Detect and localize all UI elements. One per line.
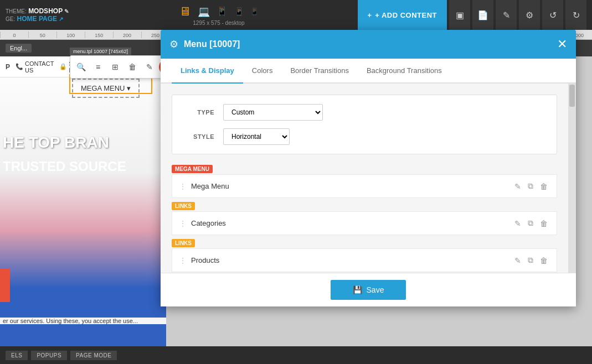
tab-border-transitions[interactable]: Border Transitions [281,59,358,84]
theme-info: THEME: MODSHOP ✎ GE: HOME PAGE ↗ [6,7,69,23]
delete-toolbar-btn[interactable]: 🗑 [125,59,140,75]
headline-top-brand: HE TOP BRAN [0,134,109,152]
drag-handle-icon[interactable]: ⋮ [179,256,187,265]
mega-menu-button[interactable]: MEGA MENU ▾ [72,79,140,98]
scrollbar-thumb[interactable] [569,85,575,107]
modal-footer: 💾 Save [161,273,576,306]
edit-item-btn[interactable]: ✎ [512,180,523,192]
mobile-icon[interactable]: 📱 [234,7,244,16]
menu-item-name: Categories [191,219,512,227]
modal-close-button[interactable]: ✕ [557,38,567,50]
device-selector: 🖥 💻 📱 📱 📱 1295 x 575 - desktop [80,4,357,26]
modal-header: ⚙ Menu [10007] ✕ [161,30,576,59]
site-logo-area: P [6,63,10,71]
menu-modal: ⚙ Menu [10007] ✕ Links & Display Colors … [161,30,576,306]
top-bar: THEME: MODSHOP ✎ GE: HOME PAGE ↗ 🖥 💻 📱 📱… [0,0,592,30]
table-row: ⋮ Categories ✎ ⧉ 🗑 [172,211,557,235]
theme-label: THEME: MODSHOP ✎ [6,7,69,15]
page-icon-btn[interactable]: 📄 [472,0,493,30]
table-row: ⋮ Products ✎ ⧉ 🗑 [172,248,557,272]
type-row: TYPE Custom Automatic Manual [181,104,548,121]
topbar-action-icons: ▣ 📄 ✎ ⚙ ↺ ↻ [449,0,586,30]
copy-item-btn[interactable]: ⧉ [526,180,536,192]
edit-toolbar-btn[interactable]: ✎ [142,59,157,75]
edit-item-btn[interactable]: ✎ [512,254,523,266]
language-selector[interactable]: Engl... [6,44,32,53]
headline-trusted: TRUSTED SOURCE [0,159,126,174]
delete-item-btn[interactable]: 🗑 [538,217,550,229]
drag-handle-icon[interactable]: ⋮ [179,182,187,191]
external-link-icon[interactable]: ↗ [59,16,63,22]
modal-tabs: Links & Display Colors Border Transition… [161,59,576,84]
modal-scrollbar[interactable] [568,84,576,273]
tab-links-display[interactable]: Links & Display [172,59,243,84]
copy-item-btn[interactable]: ⧉ [526,217,536,229]
filter-toolbar-btn[interactable]: ≡ [90,59,106,75]
bottom-toolbar: ELS POPUPS PAGE MODE [0,346,592,364]
resolution-label: 1295 x 575 - desktop [193,20,244,26]
add-content-button[interactable]: + + ADD CONTENT [358,0,447,30]
menu-item-actions: ✎ ⧉ 🗑 [512,217,550,229]
categories-section: LINKS ⋮ Categories ✎ ⧉ 🗑 [172,200,557,235]
edit-icon[interactable]: ✎ [64,8,69,14]
plus-icon: + [368,11,372,19]
tab-colors[interactable]: Colors [243,59,282,84]
edit-item-btn[interactable]: ✎ [512,217,523,229]
desktop-icon[interactable]: 🖥 [179,4,191,19]
menu-item-name: Mega Menu [191,182,512,190]
products-section: LINKS ⋮ Products ✎ ⧉ 🗑 [172,237,557,272]
links-section-label-2: LINKS [172,239,195,247]
page-mode-button[interactable]: PAGE MODE [70,351,117,360]
style-label: STYLE [181,133,214,140]
save-icon: 💾 [353,285,362,294]
red-accent [0,269,10,302]
page-label: GE: HOME PAGE ↗ [6,15,69,23]
type-select[interactable]: Custom Automatic Manual [223,104,323,121]
tablet-icon[interactable]: 📱 [217,6,228,17]
page-preview: P 📞 CONTACT US 🔒 SIGN IN 📞 CALL US [[COM… [0,56,166,346]
menu-item-actions: ✎ ⧉ 🗑 [512,180,550,192]
delete-item-btn[interactable]: 🗑 [538,180,550,192]
search-toolbar-btn[interactable]: 🔍 [73,59,89,75]
type-label: TYPE [181,109,214,116]
links-section-label-1: LINKS [172,202,195,210]
toolbar-popup-title: menu.tpl 10007 [745x62] [70,48,131,55]
undo-btn[interactable]: ↺ [542,0,563,30]
copy-item-btn[interactable]: ⧉ [526,254,536,266]
settings-modal-icon: ⚙ [169,38,178,50]
delete-item-btn[interactable]: 🗑 [538,254,550,266]
style-row: STYLE Horizontal Vertical Dropdown [181,128,548,145]
page-footer-text: er our services. Using these, you accept… [0,318,166,324]
small-mobile-icon[interactable]: 📱 [250,8,259,15]
mega-menu-section: MEGA MENU ⋮ Mega Menu ✎ ⧉ 🗑 [172,163,557,198]
settings-btn[interactable]: ⚙ [519,0,540,30]
grid-icon-btn[interactable]: ▣ [449,0,470,30]
layout-toolbar-btn[interactable]: ⊞ [107,59,123,75]
laptop-icon[interactable]: 💻 [198,6,210,18]
menu-item-actions: ✎ ⧉ 🗑 [512,254,550,266]
modal-body: TYPE Custom Automatic Manual STYLE Horiz… [161,84,576,273]
tab-background-transitions[interactable]: Background Transitions [358,59,451,84]
modal-content-area: TYPE Custom Automatic Manual STYLE Horiz… [161,84,568,273]
modal-title: Menu [10007] [184,39,552,49]
els-button[interactable]: ELS [6,351,28,360]
table-row: ⋮ Mega Menu ✎ ⧉ 🗑 [172,174,557,198]
menu-item-name: Products [191,256,512,264]
mega-menu-section-label: MEGA MENU [172,165,213,173]
redo-btn[interactable]: ↻ [565,0,586,30]
menu-list: MEGA MENU ⋮ Mega Menu ✎ ⧉ 🗑 LINKS [172,163,557,273]
style-select[interactable]: Horizontal Vertical Dropdown [223,128,290,145]
save-button[interactable]: 💾 Save [331,280,406,300]
popups-button[interactable]: POPUPS [31,351,67,360]
contact-us-nav: 📞 CONTACT US [16,60,54,74]
form-section: TYPE Custom Automatic Manual STYLE Horiz… [172,95,557,154]
edit-mode-btn[interactable]: ✎ [496,0,517,30]
drag-handle-icon[interactable]: ⋮ [179,219,187,228]
